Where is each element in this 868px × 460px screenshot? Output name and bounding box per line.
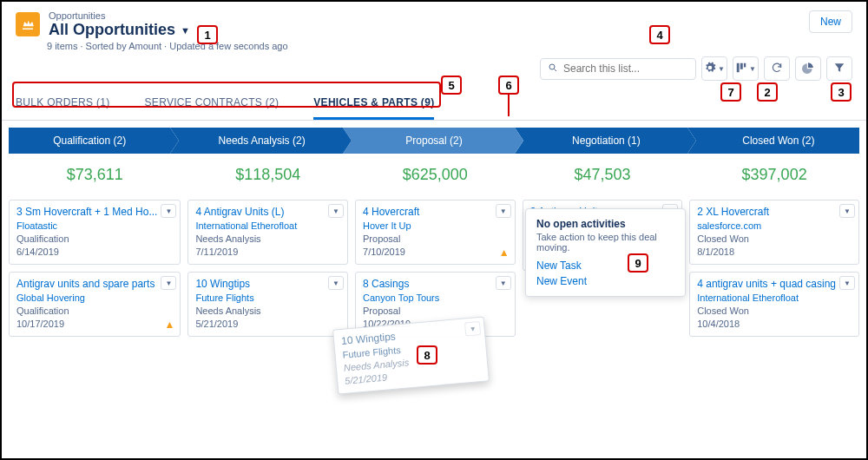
activity-popover: No open activities Take action to keep t…: [525, 208, 686, 297]
card-stage: Needs Analysis: [195, 233, 340, 244]
svg-rect-3: [740, 62, 743, 69]
card-menu-button[interactable]: ▼: [161, 276, 176, 290]
card-title[interactable]: 3 Sm Hovercraft + 1 Med Ho...: [16, 206, 173, 218]
card-account[interactable]: Canyon Top Tours: [363, 292, 508, 303]
stage-closed-won[interactable]: Closed Won (2): [687, 128, 859, 154]
kanban-card[interactable]: ▼ 2 XL Hovercraft salesforce.com Closed …: [689, 200, 859, 265]
display-as-button[interactable]: ▼: [733, 56, 759, 81]
card-title[interactable]: 2 XL Hovercraft: [697, 206, 852, 218]
filter-tabs: BULK ORDERS (1) SERVICE CONTRACTS (2) VE…: [2, 86, 866, 121]
search-input[interactable]: [563, 62, 688, 75]
card-date: 10/17/2019: [16, 319, 173, 329]
popover-title: No open activities: [536, 218, 674, 230]
kanban-column: $73,611 ▼ 3 Sm Hovercraft + 1 Med Ho... …: [9, 159, 181, 337]
card-menu-button[interactable]: ▼: [464, 321, 481, 337]
card-menu-button[interactable]: ▼: [161, 204, 176, 218]
kanban-card[interactable]: ▼ 4 antigrav units + quad casing Interna…: [689, 272, 859, 337]
tab-bulk-orders[interactable]: BULK ORDERS (1): [16, 91, 110, 120]
kanban-card[interactable]: ▼ 3 Sm Hovercraft + 1 Med Ho... Floatast…: [9, 200, 181, 265]
tab-vehicles-parts[interactable]: VEHICLES & PARTS (9): [313, 91, 434, 120]
refresh-button[interactable]: [764, 56, 790, 81]
dragging-card[interactable]: ▼ 10 Wingtips Future Flights Needs Analy…: [332, 317, 490, 395]
kanban-column: $625,000 ▼ 4 Hovercraft Hover It Up Prop…: [355, 159, 516, 337]
card-title[interactable]: 4 Hovercraft: [363, 206, 508, 218]
kanban-card[interactable]: ▼ Antigrav units and spare parts Global …: [9, 272, 181, 337]
card-title[interactable]: 4 antigrav units + quad casing: [697, 278, 852, 290]
stage-proposal[interactable]: Proposal (2): [343, 128, 515, 154]
opportunities-icon: [16, 12, 40, 36]
kanban-card[interactable]: ▼ 10 Wingtips Future Flights Needs Analy…: [187, 272, 348, 337]
card-stage: Qualification: [16, 306, 173, 316]
card-title[interactable]: 10 Wingtips: [195, 278, 340, 290]
card-account[interactable]: International Etherofloat: [697, 292, 852, 303]
card-account[interactable]: Future Flights: [195, 292, 340, 303]
stage-qualification[interactable]: Qualification (2): [9, 128, 170, 154]
card-account[interactable]: salesforce.com: [697, 220, 852, 231]
new-button[interactable]: New: [809, 10, 852, 33]
kanban-stage-bar: Qualification (2) Needs Analysis (2) Pro…: [9, 128, 859, 154]
card-title[interactable]: 4 Antigrav Units (L): [195, 206, 340, 218]
new-event-link[interactable]: New Event: [536, 275, 674, 287]
search-icon: [548, 62, 558, 76]
list-settings-button[interactable]: ▼: [701, 56, 727, 81]
card-date: 8/1/2018: [697, 246, 852, 257]
chart-button[interactable]: [795, 56, 821, 81]
filter-button[interactable]: [826, 56, 852, 81]
new-task-link[interactable]: New Task: [536, 260, 674, 272]
list-info: 9 items · Sorted by Amount · Updated a f…: [2, 41, 866, 56]
chevron-down-icon: ▼: [181, 25, 190, 36]
card-menu-button[interactable]: ▼: [839, 276, 855, 290]
warning-icon: ▲: [165, 319, 175, 331]
card-stage: Closed Won: [697, 306, 852, 316]
card-account[interactable]: Floatastic: [16, 220, 173, 231]
card-menu-button[interactable]: ▼: [328, 276, 344, 290]
column-sum: $397,002: [689, 159, 859, 193]
pie-chart-icon: [802, 62, 814, 76]
card-title[interactable]: 8 Casings: [363, 278, 508, 290]
card-menu-button[interactable]: ▼: [839, 204, 855, 218]
card-stage: Proposal: [363, 306, 508, 316]
stage-negotiation[interactable]: Negotiation (1): [515, 128, 687, 154]
column-sum: $625,000: [355, 159, 516, 193]
card-date: 7/10/2019: [363, 246, 508, 257]
card-menu-button[interactable]: ▼: [496, 276, 511, 290]
tab-service-contracts[interactable]: SERVICE CONTRACTS (2): [145, 91, 279, 120]
kanban-column: $397,002 ▼ 2 XL Hovercraft salesforce.co…: [689, 159, 859, 337]
card-menu-button[interactable]: ▼: [328, 204, 344, 218]
card-stage: Proposal: [363, 233, 508, 244]
card-account[interactable]: Hover It Up: [363, 220, 508, 231]
stage-needs-analysis[interactable]: Needs Analysis (2): [170, 128, 342, 154]
kanban-columns: $73,611 ▼ 3 Sm Hovercraft + 1 Med Ho... …: [2, 159, 866, 337]
filter-icon: [833, 62, 845, 76]
card-title[interactable]: Antigrav units and spare parts: [16, 278, 173, 290]
column-sum: $118,504: [187, 159, 348, 193]
card-date: 7/11/2019: [195, 246, 340, 257]
object-label: Opportunities: [49, 10, 190, 21]
svg-rect-4: [744, 62, 746, 67]
callout-line: [508, 95, 510, 116]
svg-point-0: [549, 64, 555, 69]
column-sum: $47,503: [523, 159, 683, 193]
kanban-card[interactable]: ▼ 4 Hovercraft Hover It Up Proposal 7/10…: [355, 200, 516, 265]
card-stage: Needs Analysis: [195, 306, 340, 316]
search-list-input-wrap[interactable]: [540, 58, 696, 80]
kanban-column: $118,504 ▼ 4 Antigrav Units (L) Internat…: [187, 159, 348, 337]
gear-icon: [704, 62, 716, 76]
svg-line-1: [555, 69, 557, 71]
warning-icon: ▲: [499, 246, 510, 259]
refresh-icon: [771, 62, 783, 76]
list-view-picker[interactable]: All Opportunities ▼: [49, 21, 190, 39]
card-date: 6/14/2019: [16, 246, 173, 257]
popover-desc: Take action to keep this deal moving.: [536, 232, 674, 253]
column-sum: $73,611: [9, 159, 181, 193]
kanban-icon: [735, 62, 747, 76]
card-stage: Qualification: [16, 233, 173, 244]
card-date: 5/21/2019: [195, 319, 340, 329]
card-date: 10/4/2018: [697, 319, 852, 329]
card-menu-button[interactable]: ▼: [496, 204, 511, 218]
card-account[interactable]: Global Hovering: [16, 292, 173, 303]
kanban-card[interactable]: ▼ 4 Antigrav Units (L) International Eth…: [187, 200, 348, 265]
svg-rect-2: [737, 62, 740, 72]
list-view-name: All Opportunities: [49, 21, 175, 39]
card-account[interactable]: International Etherofloat: [195, 220, 340, 231]
